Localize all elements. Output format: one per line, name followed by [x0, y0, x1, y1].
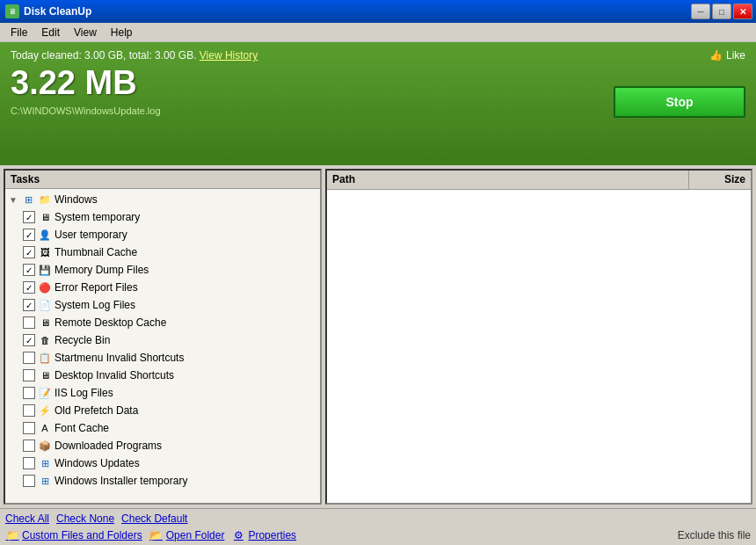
main-content: Tasks ▼ ⊞ 📁 Windows 🖥 System temporary 👤… [0, 165, 756, 508]
title-buttons: ─ □ ✕ [691, 4, 752, 19]
startmenu-icon: 📋 [38, 351, 52, 365]
maximize-button[interactable]: □ [712, 4, 731, 19]
close-button[interactable]: ✕ [733, 4, 752, 19]
custom-files-button[interactable]: 📁 Custom Files and Folders [5, 528, 142, 542]
check-none-link[interactable]: Check None [56, 512, 114, 525]
list-item[interactable]: 🖼 Thumbnail Cache [5, 243, 320, 261]
memory-dump-label: Memory Dump Files [55, 264, 149, 276]
windows-folder-icon: 📁 [38, 193, 52, 207]
minimize-button[interactable]: ─ [691, 4, 710, 19]
path-column-header: Path [327, 171, 689, 189]
recycle-bin-label: Recycle Bin [55, 334, 110, 346]
list-item[interactable]: 👤 User temporary [5, 226, 320, 243]
font-cache-label: Font Cache [55, 422, 109, 434]
check-default-link[interactable]: Check Default [121, 512, 187, 525]
menu-view[interactable]: View [67, 25, 104, 40]
list-item[interactable]: ⊞ Windows Installer temporary [5, 472, 320, 490]
recycle-bin-icon: 🗑 [38, 333, 52, 347]
properties-button[interactable]: ⚙ Properties [231, 528, 296, 542]
properties-label: Properties [248, 529, 296, 541]
list-item[interactable]: 📝 IIS Log Files [5, 384, 320, 402]
stop-button[interactable]: Stop [614, 86, 745, 118]
prefetch-label: Old Prefetch Data [55, 404, 138, 417]
windows-label: Windows [55, 193, 98, 206]
open-folder-button[interactable]: 📂 Open Folder [149, 528, 225, 542]
bottom-actions: 📁 Custom Files and Folders 📂 Open Folder… [5, 528, 751, 542]
checkbox-error-report[interactable] [23, 281, 35, 294]
tasks-list[interactable]: ▼ ⊞ 📁 Windows 🖥 System temporary 👤 User … [5, 189, 320, 503]
header-banner: Today cleaned: 3.00 GB, total: 3.00 GB. … [0, 42, 756, 165]
list-item[interactable]: 📄 System Log Files [5, 296, 320, 314]
expand-icon: ▼ [9, 195, 21, 205]
checkbox-font-cache[interactable] [23, 422, 35, 434]
header-today: Today cleaned: 3.00 GB, total: 3.00 GB. … [11, 49, 258, 62]
desktop-icon: 🖥 [38, 368, 52, 382]
bottom-bar: Check All Check None Check Default 📁 Cus… [0, 508, 756, 545]
checkbox-recycle-bin[interactable] [23, 334, 35, 346]
checkbox-downloaded[interactable] [23, 440, 35, 452]
list-item[interactable]: ⚡ Old Prefetch Data [5, 402, 320, 419]
list-item[interactable]: 🗑 Recycle Bin [5, 331, 320, 349]
list-item[interactable]: 🖥 Desktop Invalid Shortcuts [5, 367, 320, 384]
check-all-link[interactable]: Check All [5, 512, 49, 525]
installer-icon: ⊞ [38, 474, 52, 488]
custom-files-label: Custom Files and Folders [22, 529, 142, 541]
startmenu-label: Startmenu Invalid Shortcuts [55, 352, 184, 364]
list-item[interactable]: 📋 Startmenu Invalid Shortcuts [5, 349, 320, 367]
tree-item-windows[interactable]: ▼ ⊞ 📁 Windows [5, 191, 320, 208]
checkbox-system-temp[interactable] [23, 211, 35, 223]
header-right: 👍 Like Stop [614, 49, 745, 118]
checkbox-desktop[interactable] [23, 369, 35, 382]
thumbnail-label: Thumbnail Cache [55, 246, 137, 258]
list-item[interactable]: 📦 Downloaded Programs [5, 437, 320, 454]
system-temp-icon: 🖥 [38, 210, 52, 224]
exclude-file-label: Exclude this file [678, 529, 751, 541]
header-left: Today cleaned: 3.00 GB, total: 3.00 GB. … [11, 49, 258, 116]
system-temp-label: System temporary [55, 211, 140, 223]
header-path: C:\WINDOWS\WindowsUpdate.log [11, 105, 258, 116]
menu-file[interactable]: File [4, 25, 34, 40]
checkbox-windows-updates[interactable] [23, 457, 35, 469]
list-item[interactable]: ⊞ Windows Updates [5, 454, 320, 472]
path-panel: Path Size [325, 169, 752, 505]
size-column-header: Size [689, 171, 751, 189]
checkbox-installer[interactable] [23, 475, 35, 487]
windows-updates-label: Windows Updates [55, 457, 140, 469]
error-report-icon: 🔴 [38, 280, 52, 294]
checkbox-thumbnail[interactable] [23, 246, 35, 258]
menu-help[interactable]: Help [104, 25, 140, 40]
checkbox-remote-desktop[interactable] [23, 316, 35, 329]
downloaded-label: Downloaded Programs [55, 440, 162, 452]
memory-dump-icon: 💾 [38, 263, 52, 277]
checkbox-memory-dump[interactable] [23, 264, 35, 276]
path-header: Path Size [327, 171, 751, 190]
font-cache-icon: A [38, 421, 52, 435]
system-log-icon: 📄 [38, 298, 52, 312]
windows-icon: ⊞ [21, 193, 35, 207]
list-item[interactable]: A Font Cache [5, 419, 320, 437]
user-temp-icon: 👤 [38, 228, 52, 242]
checkbox-prefetch[interactable] [23, 404, 35, 417]
open-folder-icon: 📂 [149, 528, 164, 542]
tasks-header: Tasks [5, 171, 320, 189]
menu-edit[interactable]: Edit [34, 25, 67, 40]
checkbox-user-temp[interactable] [23, 229, 35, 241]
view-history-link[interactable]: View History [200, 49, 258, 62]
menu-bar: File Edit View Help [0, 23, 756, 42]
list-item[interactable]: 🖥 System temporary [5, 208, 320, 226]
header-size: 3.22 MB [11, 65, 258, 102]
like-button[interactable]: 👍 Like [709, 49, 745, 62]
user-temp-label: User temporary [55, 229, 127, 241]
remote-desktop-icon: 🖥 [38, 316, 52, 330]
list-item[interactable]: 🔴 Error Report Files [5, 279, 320, 296]
list-item[interactable]: 🖥 Remote Desktop Cache [5, 314, 320, 331]
desktop-label: Desktop Invalid Shortcuts [55, 369, 174, 382]
checkbox-iis[interactable] [23, 387, 35, 399]
windows-updates-icon: ⊞ [38, 456, 52, 470]
thumbs-up-icon: 👍 [709, 49, 723, 62]
checkbox-startmenu[interactable] [23, 352, 35, 364]
iis-icon: 📝 [38, 386, 52, 400]
list-item[interactable]: 💾 Memory Dump Files [5, 261, 320, 279]
checkbox-system-log[interactable] [23, 299, 35, 311]
title-text: Disk CleanUp [24, 5, 91, 18]
